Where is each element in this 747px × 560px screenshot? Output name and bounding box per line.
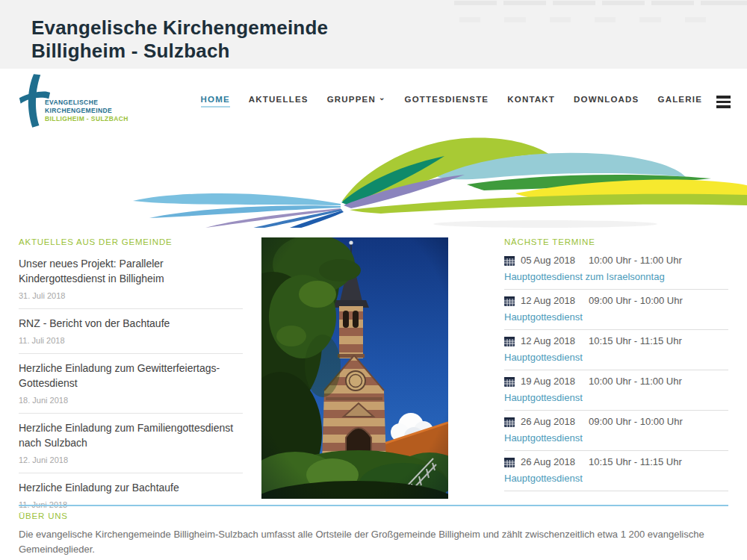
calendar-icon bbox=[504, 296, 515, 305]
event-title-link[interactable]: Hauptgottesdienst bbox=[504, 473, 728, 484]
main-content: AKTUELLES AUS DER GEMEINDE Unser neues P… bbox=[19, 237, 728, 517]
nav-item-label: GRUPPEN bbox=[327, 95, 376, 104]
nav-item-label: AKTUELLES bbox=[249, 95, 309, 104]
navbar: EVANGELISCHE KIRCHENGEMEINDE BILLIGHEIM … bbox=[0, 69, 747, 133]
news-item-title[interactable]: Herzliche Einladung zum Familiengottesdi… bbox=[19, 420, 243, 450]
event-title-link[interactable]: Hauptgottesdienst zum Israelsonntag bbox=[504, 271, 728, 282]
event-time: 10:00 Uhr - 11:00 Uhr bbox=[589, 376, 682, 387]
news-item: Herzliche Einladung zum Gewitterfeiertag… bbox=[19, 354, 243, 414]
calendar-icon bbox=[504, 376, 515, 386]
news-section: AKTUELLES AUS DER GEMEINDE Unser neues P… bbox=[19, 237, 243, 517]
news-list: Unser neues Projekt: Paralleler Kindergo… bbox=[19, 249, 243, 517]
site-logo[interactable]: EVANGELISCHE KIRCHENGEMEINDE BILLIGHEIM … bbox=[18, 70, 137, 130]
nav-item-label: GALERIE bbox=[657, 95, 702, 104]
about-heading: ÜBER UNS bbox=[19, 511, 728, 520]
page-header: Evangelische Kirchengemeinde Billigheim … bbox=[0, 0, 747, 69]
main-navigation: HOME AKTUELLES GRUPPEN ⌄ GOTTESDIENSTE K… bbox=[201, 69, 702, 133]
event-title-link[interactable]: Hauptgottesdienst bbox=[504, 311, 728, 323]
event-title-link[interactable]: Hauptgottesdienst bbox=[504, 432, 728, 444]
events-heading: NÄCHSTE TERMINE bbox=[504, 237, 728, 246]
page-title: Evangelische Kirchengemeinde Billigheim … bbox=[31, 16, 328, 63]
news-item: Herzliche Einladung zum Familiengottesdi… bbox=[19, 414, 243, 473]
nav-item-kontakt[interactable]: KONTAKT bbox=[507, 95, 555, 108]
event-date: 26 Aug 2018 bbox=[521, 416, 575, 427]
event-time: 09:00 Uhr - 10:00 Uhr bbox=[589, 416, 683, 427]
news-item-date: 18. Juni 2018 bbox=[19, 396, 243, 405]
nav-item-label: DOWNLOADS bbox=[574, 95, 639, 104]
news-item-title[interactable]: Herzliche Einladung zum Gewitterfeiertag… bbox=[19, 361, 243, 391]
calendar-icon bbox=[504, 457, 515, 467]
news-item-date: 31. Juli 2018 bbox=[19, 291, 243, 300]
event-time: 10:15 Uhr - 11:15 Uhr bbox=[589, 335, 682, 346]
wave-decoration bbox=[127, 134, 747, 228]
event-time: 09:00 Uhr - 10:00 Uhr bbox=[589, 295, 683, 306]
event-item: 19 Aug 2018 10:00 Uhr - 11:00 Uhr Hauptg… bbox=[504, 370, 728, 411]
news-item-date: 12. Juni 2018 bbox=[19, 455, 243, 464]
event-item: 12 Aug 2018 10:15 Uhr - 11:15 Uhr Hauptg… bbox=[504, 330, 728, 370]
nav-item-label: KONTAKT bbox=[507, 95, 555, 104]
about-paragraph: Die evangelische Kirchengemeinde Billigh… bbox=[19, 527, 728, 557]
news-heading: AKTUELLES AUS DER GEMEINDE bbox=[19, 237, 243, 246]
hamburger-menu-icon[interactable] bbox=[716, 96, 731, 111]
nav-item-aktuelles[interactable]: AKTUELLES bbox=[249, 95, 309, 108]
event-title-link[interactable]: Hauptgottesdienst bbox=[504, 352, 728, 363]
event-title-link[interactable]: Hauptgottesdienst bbox=[504, 392, 728, 403]
event-date: 05 Aug 2018 bbox=[521, 255, 575, 266]
event-item: 05 Aug 2018 10:00 Uhr - 11:00 Uhr Hauptg… bbox=[504, 249, 728, 290]
news-item-title[interactable]: Herzliche Einladung zur Bachtaufe bbox=[19, 480, 243, 495]
event-item: 26 Aug 2018 09:00 Uhr - 10:00 Uhr Hauptg… bbox=[504, 411, 728, 451]
logo-text: EVANGELISCHE KIRCHENGEMEINDE BILLIGHEIM … bbox=[45, 99, 128, 123]
calendar-icon bbox=[504, 336, 515, 346]
news-item: Unser neues Projekt: Paralleler Kindergo… bbox=[19, 249, 243, 309]
calendar-icon bbox=[504, 255, 515, 265]
event-time: 10:00 Uhr - 11:00 Uhr bbox=[589, 255, 682, 266]
about-section: ÜBER UNS Die evangelische Kirchengemeind… bbox=[19, 505, 728, 560]
event-date: 26 Aug 2018 bbox=[521, 456, 575, 467]
nav-item-gruppen[interactable]: GRUPPEN ⌄ bbox=[327, 95, 386, 108]
nav-item-galerie[interactable]: GALERIE bbox=[657, 95, 702, 108]
ghost-menu-placeholder bbox=[454, 1, 747, 5]
nav-item-home[interactable]: HOME bbox=[201, 95, 230, 108]
news-item-date: 11. Juli 2018 bbox=[19, 336, 243, 345]
ghost-menu-placeholder bbox=[459, 17, 706, 22]
event-date: 12 Aug 2018 bbox=[521, 295, 575, 306]
news-item-title[interactable]: Unser neues Projekt: Paralleler Kindergo… bbox=[19, 256, 243, 286]
event-date: 19 Aug 2018 bbox=[521, 376, 575, 387]
event-item: 12 Aug 2018 09:00 Uhr - 10:00 Uhr Hauptg… bbox=[504, 290, 728, 330]
nav-item-gottesdienste[interactable]: GOTTESDIENSTE bbox=[405, 95, 489, 108]
nav-item-downloads[interactable]: DOWNLOADS bbox=[574, 95, 639, 108]
event-time: 10:15 Uhr - 11:15 Uhr bbox=[589, 456, 682, 467]
calendar-icon bbox=[504, 417, 515, 426]
news-item: RNZ - Bericht von der Bachtaufe 11. Juli… bbox=[19, 309, 243, 354]
chevron-down-icon: ⌄ bbox=[379, 96, 386, 100]
news-item-title[interactable]: RNZ - Bericht von der Bachtaufe bbox=[19, 316, 243, 331]
nav-item-label: HOME bbox=[201, 95, 230, 104]
nav-item-label: GOTTESDIENSTE bbox=[405, 95, 489, 104]
events-list: 05 Aug 2018 10:00 Uhr - 11:00 Uhr Hauptg… bbox=[504, 249, 728, 491]
event-date: 12 Aug 2018 bbox=[521, 335, 575, 346]
church-photo bbox=[261, 237, 448, 499]
event-item: 26 Aug 2018 10:15 Uhr - 11:15 Uhr Hauptg… bbox=[504, 451, 728, 491]
events-section: NÄCHSTE TERMINE bbox=[504, 237, 728, 491]
